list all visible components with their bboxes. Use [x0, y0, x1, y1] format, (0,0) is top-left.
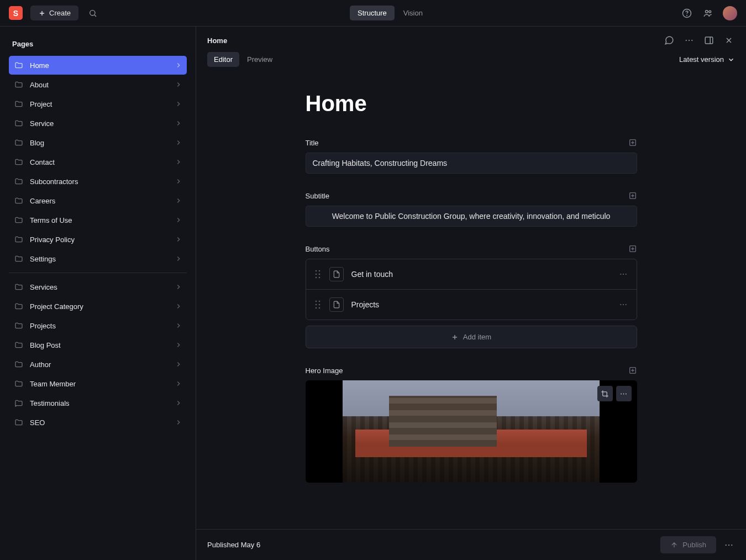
tab-editor[interactable]: Editor — [207, 52, 239, 67]
folder-icon — [14, 138, 23, 147]
list-row[interactable]: Get in touch — [306, 259, 637, 290]
publish-button[interactable]: Publish — [660, 536, 716, 553]
users-button[interactable] — [702, 7, 714, 19]
topbar-right — [681, 6, 737, 20]
folder-icon — [14, 216, 23, 224]
sidebar-item-privacy[interactable]: Privacy Policy — [9, 230, 187, 249]
sidebar-item-author[interactable]: Author — [9, 355, 187, 374]
subtitle-input[interactable] — [306, 206, 637, 227]
ai-generate-icon[interactable] — [628, 244, 637, 253]
sidebar-item-seo[interactable]: SEO — [9, 413, 187, 432]
sidebar-item-blog[interactable]: Blog — [9, 133, 187, 152]
sidebar-item-contact[interactable]: Contact — [9, 153, 187, 171]
user-avatar[interactable] — [723, 6, 737, 20]
sidebar-item-label: Home — [30, 61, 49, 70]
sidebar-item-home[interactable]: Home — [9, 56, 187, 75]
ai-generate-icon[interactable] — [628, 138, 637, 147]
content-subheader: Editor Preview Latest version — [196, 52, 746, 75]
sidebar-item-service[interactable]: Service — [9, 114, 187, 133]
sidebar-item-project-category[interactable]: Project Category — [9, 297, 187, 316]
publish-status: Published May 6 — [207, 541, 260, 549]
footer-more-button[interactable] — [723, 539, 735, 551]
sidebar-item-label: Team Member — [30, 380, 76, 388]
svg-point-43 — [728, 544, 729, 545]
svg-point-33 — [620, 304, 621, 305]
chevron-right-icon — [175, 177, 182, 185]
add-item-button[interactable]: Add item — [306, 326, 637, 348]
sidebar-item-team-member[interactable]: Team Member — [9, 374, 187, 393]
sidebar-item-careers[interactable]: Careers — [9, 191, 187, 210]
svg-point-9 — [689, 40, 690, 41]
sidebar-item-label: Careers — [30, 197, 55, 205]
svg-rect-11 — [705, 37, 713, 44]
folder-icon — [14, 282, 23, 291]
folder-icon — [14, 341, 23, 349]
svg-point-20 — [315, 274, 317, 275]
svg-point-5 — [687, 15, 687, 15]
image-more-button[interactable] — [616, 386, 632, 401]
chevron-right-icon — [175, 283, 182, 291]
comments-button[interactable] — [663, 34, 675, 46]
chevron-right-icon — [175, 418, 182, 426]
close-button[interactable] — [723, 34, 735, 46]
sidebar-item-label: Service — [30, 119, 54, 128]
svg-point-24 — [620, 274, 621, 275]
sidebar-item-services[interactable]: Services — [9, 278, 187, 296]
chevron-right-icon — [175, 399, 182, 407]
app-logo[interactable]: S — [9, 6, 23, 20]
row-more-button[interactable] — [619, 300, 628, 309]
hero-image-container[interactable] — [306, 380, 637, 483]
sidebar-item-label: Privacy Policy — [30, 235, 75, 244]
svg-point-42 — [726, 544, 727, 545]
version-selector[interactable]: Latest version — [679, 55, 735, 64]
ai-generate-icon[interactable] — [628, 366, 637, 375]
sidebar-item-testimonials[interactable]: Testimonials — [9, 394, 187, 412]
tab-preview[interactable]: Preview — [240, 52, 279, 67]
chevron-right-icon — [175, 322, 182, 329]
sidebar-item-settings[interactable]: Settings — [9, 249, 187, 268]
svg-point-39 — [621, 393, 622, 394]
plus-icon — [451, 333, 459, 341]
help-button[interactable] — [681, 7, 693, 19]
folder-icon — [14, 235, 23, 244]
folder-icon — [14, 379, 23, 388]
chevron-right-icon — [175, 302, 182, 310]
folder-icon — [14, 158, 23, 166]
drag-handle-icon[interactable] — [315, 270, 322, 279]
more-button[interactable] — [683, 34, 695, 46]
create-label: Create — [49, 9, 71, 17]
row-more-button[interactable] — [619, 270, 628, 279]
create-button[interactable]: Create — [30, 6, 78, 20]
sidebar-item-projects[interactable]: Projects — [9, 316, 187, 335]
sidebar-item-subcontractors[interactable]: Subcontractors — [9, 172, 187, 191]
content-header: Home — [196, 27, 746, 52]
svg-point-22 — [315, 277, 317, 279]
folder-icon — [14, 80, 23, 89]
folder-icon — [14, 100, 23, 108]
svg-point-21 — [318, 274, 320, 275]
editor-body[interactable]: Home Title Subtitle — [196, 75, 746, 560]
sidebar-divider — [9, 273, 187, 273]
field-header: Subtitle — [306, 191, 637, 200]
chevron-right-icon — [175, 380, 182, 388]
svg-point-8 — [686, 40, 687, 41]
sidebar-item-blog-post[interactable]: Blog Post — [9, 336, 187, 354]
split-panel-button[interactable] — [703, 34, 715, 46]
search-button[interactable] — [86, 7, 99, 20]
ai-generate-icon[interactable] — [628, 191, 637, 200]
svg-point-32 — [318, 307, 320, 309]
field-label: Subtitle — [306, 192, 329, 200]
drag-handle-icon[interactable] — [315, 300, 322, 309]
sidebar-item-about[interactable]: About — [9, 75, 187, 94]
field-header: Hero Image — [306, 366, 637, 375]
title-input[interactable] — [306, 153, 637, 174]
sidebar-item-terms[interactable]: Terms of Use — [9, 211, 187, 229]
tab-structure[interactable]: Structure — [350, 6, 395, 20]
list-row[interactable]: Projects — [306, 290, 637, 320]
tab-vision[interactable]: Vision — [396, 6, 430, 20]
crop-button[interactable] — [597, 386, 613, 401]
svg-point-27 — [315, 301, 317, 302]
sidebar-item-project[interactable]: Project — [9, 95, 187, 113]
svg-point-35 — [625, 304, 626, 305]
field-hero-image: Hero Image — [306, 366, 637, 483]
